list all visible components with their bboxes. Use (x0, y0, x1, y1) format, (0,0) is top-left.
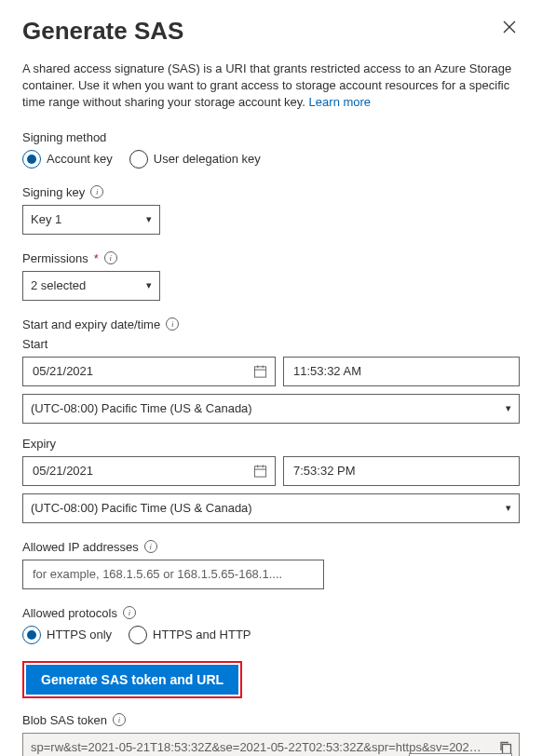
required-asterisk: * (94, 251, 99, 265)
allowed-ip-input[interactable] (22, 560, 324, 589)
calendar-icon (253, 464, 267, 479)
chevron-down-icon: ▾ (506, 402, 511, 414)
svg-rect-2 (254, 366, 265, 376)
close-icon[interactable] (499, 17, 520, 39)
date-section-label: Start and expiry date/time (22, 317, 160, 331)
generate-sas-button[interactable]: Generate SAS token and URL (26, 665, 238, 695)
signing-key-select[interactable]: Key 1 ▾ (22, 205, 160, 235)
radio-https-and-http[interactable]: HTTPS and HTTP (129, 626, 251, 644)
permissions-select[interactable]: 2 selected ▾ (22, 271, 160, 301)
panel-title: Generate SAS (22, 17, 183, 46)
chevron-down-icon: ▾ (146, 279, 152, 291)
start-timezone-select[interactable]: (UTC-08:00) Pacific Time (US & Canada) ▾ (22, 394, 520, 424)
info-icon[interactable]: i (104, 251, 117, 264)
expiry-timezone-select[interactable]: (UTC-08:00) Pacific Time (US & Canada) ▾ (22, 493, 520, 523)
start-date-input[interactable] (22, 357, 276, 386)
radio-icon (22, 626, 41, 644)
info-icon[interactable]: i (123, 606, 136, 619)
chevron-down-icon: ▾ (146, 213, 152, 225)
allowed-ip-label: Allowed IP addresses (22, 540, 139, 554)
start-time-input[interactable] (283, 357, 520, 386)
svg-rect-10 (503, 744, 511, 753)
radio-account-key[interactable]: Account key (22, 150, 113, 169)
chevron-down-icon: ▾ (506, 502, 511, 514)
info-icon[interactable]: i (166, 317, 179, 331)
description: A shared access signature (SAS) is a URI… (22, 61, 520, 112)
start-label: Start (22, 337, 47, 351)
allowed-protocols-label: Allowed protocols (22, 606, 117, 620)
expiry-time-input[interactable] (283, 456, 520, 486)
signing-key-label: Signing key (22, 185, 85, 199)
copy-tooltip: Copy to clipboard (409, 753, 512, 756)
highlight-generate: Generate SAS token and URL (22, 661, 242, 698)
radio-icon (22, 150, 41, 169)
radio-user-delegation-key[interactable]: User delegation key (129, 150, 261, 169)
info-icon[interactable]: i (90, 185, 103, 198)
info-icon[interactable]: i (113, 713, 126, 726)
learn-more-link[interactable]: Learn more (309, 95, 371, 109)
radio-https-only[interactable]: HTTPS only (22, 626, 112, 644)
radio-icon (129, 626, 147, 644)
expiry-date-input[interactable] (22, 456, 276, 486)
radio-icon (129, 150, 148, 169)
signing-method-label: Signing method (22, 130, 106, 144)
sas-token-label: Blob SAS token (22, 713, 107, 727)
permissions-label: Permissions (22, 251, 88, 265)
info-icon[interactable]: i (144, 540, 157, 553)
svg-rect-6 (254, 466, 265, 476)
expiry-label: Expiry (22, 437, 56, 451)
calendar-icon (253, 364, 267, 379)
